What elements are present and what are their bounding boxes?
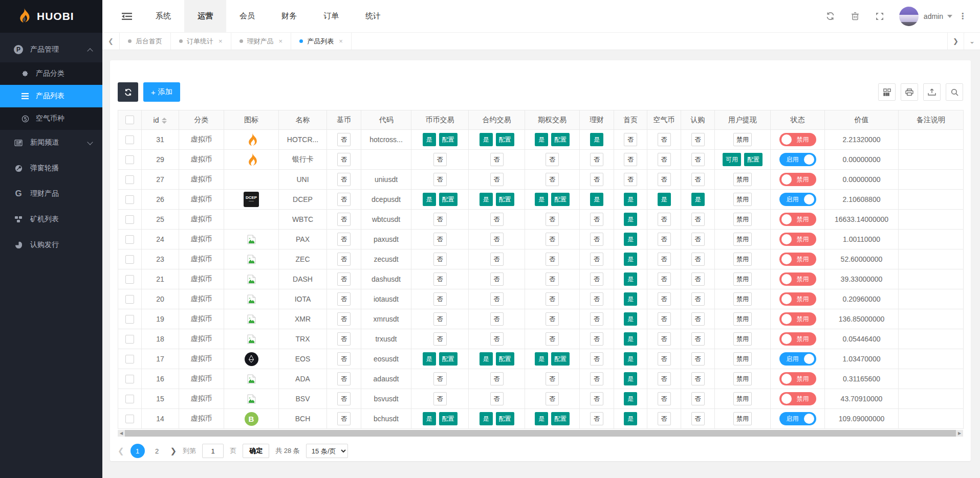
add-button[interactable]: +添加 bbox=[143, 82, 180, 102]
tab-0[interactable]: 后台首页 bbox=[120, 33, 171, 50]
no-badge[interactable]: 否 bbox=[433, 372, 447, 385]
trash-icon[interactable] bbox=[843, 12, 867, 20]
config-button[interactable]: 配置 bbox=[551, 133, 570, 146]
more-menu-icon[interactable]: ⋮ bbox=[952, 11, 973, 21]
yes-badge[interactable]: 是 bbox=[691, 193, 705, 206]
no-badge[interactable]: 否 bbox=[691, 253, 705, 266]
confirm-page-button[interactable]: 确定 bbox=[243, 444, 269, 458]
no-badge[interactable]: 否 bbox=[546, 372, 559, 385]
yes-badge[interactable]: 是 bbox=[535, 352, 548, 366]
yes-badge[interactable]: 是 bbox=[423, 412, 436, 425]
no-badge[interactable]: 否 bbox=[546, 272, 559, 286]
status-toggle[interactable]: 禁用 bbox=[779, 392, 816, 405]
no-badge[interactable]: 否 bbox=[590, 312, 603, 326]
no-badge[interactable]: 否 bbox=[337, 272, 351, 286]
row-checkbox[interactable] bbox=[125, 235, 134, 244]
status-toggle[interactable]: 禁用 bbox=[779, 253, 816, 266]
no-badge[interactable]: 否 bbox=[490, 213, 504, 226]
no-badge[interactable]: 否 bbox=[546, 253, 559, 266]
no-badge[interactable]: 否 bbox=[691, 272, 705, 286]
no-badge[interactable]: 否 bbox=[590, 213, 603, 226]
tab-close-icon[interactable]: × bbox=[279, 37, 283, 45]
withdraw-disabled-badge[interactable]: 禁用 bbox=[733, 272, 752, 286]
yes-badge[interactable]: 是 bbox=[624, 352, 637, 366]
no-badge[interactable]: 否 bbox=[337, 332, 351, 346]
withdraw-disabled-badge[interactable]: 禁用 bbox=[733, 292, 752, 306]
status-toggle[interactable]: 启用 bbox=[779, 193, 816, 206]
no-badge[interactable]: 否 bbox=[590, 372, 603, 385]
topnav-item-4[interactable]: 订单 bbox=[310, 0, 352, 32]
row-checkbox[interactable] bbox=[125, 195, 134, 204]
no-badge[interactable]: 否 bbox=[658, 213, 671, 226]
no-badge[interactable]: 否 bbox=[624, 153, 637, 166]
status-toggle[interactable]: 禁用 bbox=[779, 312, 816, 326]
tab-menu-button[interactable]: ⌄ bbox=[964, 33, 980, 50]
status-toggle[interactable]: 禁用 bbox=[779, 272, 816, 286]
prev-page-button[interactable]: ❮ bbox=[118, 446, 124, 456]
row-checkbox[interactable] bbox=[125, 175, 134, 184]
no-badge[interactable]: 否 bbox=[691, 392, 705, 405]
yes-badge[interactable]: 是 bbox=[590, 193, 603, 206]
no-badge[interactable]: 否 bbox=[658, 153, 671, 166]
no-badge[interactable]: 否 bbox=[546, 292, 559, 306]
no-badge[interactable]: 否 bbox=[490, 253, 504, 266]
yes-badge[interactable]: 是 bbox=[624, 272, 637, 286]
withdraw-disabled-badge[interactable]: 禁用 bbox=[733, 233, 752, 246]
row-checkbox[interactable] bbox=[125, 355, 134, 363]
yes-badge[interactable]: 是 bbox=[590, 133, 603, 146]
no-badge[interactable]: 否 bbox=[433, 332, 447, 346]
withdraw-disabled-badge[interactable]: 禁用 bbox=[733, 312, 752, 326]
row-checkbox[interactable] bbox=[125, 295, 134, 304]
yes-badge[interactable]: 是 bbox=[480, 412, 493, 425]
no-badge[interactable]: 否 bbox=[658, 233, 671, 246]
no-badge[interactable]: 否 bbox=[658, 133, 671, 146]
withdraw-disabled-badge[interactable]: 禁用 bbox=[733, 332, 752, 346]
sort-icon[interactable] bbox=[162, 118, 167, 124]
no-badge[interactable]: 否 bbox=[490, 173, 504, 186]
tab-3[interactable]: 产品列表× bbox=[291, 33, 352, 50]
topnav-item-2[interactable]: 会员 bbox=[226, 0, 268, 32]
fullscreen-icon[interactable] bbox=[867, 12, 892, 20]
status-toggle[interactable]: 启用 bbox=[779, 412, 816, 425]
no-badge[interactable]: 否 bbox=[490, 312, 504, 326]
sidebar-item-产品分类[interactable]: 产品分类 bbox=[0, 62, 102, 85]
no-badge[interactable]: 否 bbox=[624, 133, 637, 146]
row-checkbox[interactable] bbox=[125, 315, 134, 324]
no-badge[interactable]: 否 bbox=[658, 272, 671, 286]
status-toggle[interactable]: 禁用 bbox=[779, 133, 816, 146]
refresh-icon[interactable] bbox=[818, 12, 843, 20]
yes-badge[interactable]: 是 bbox=[423, 193, 436, 206]
no-badge[interactable]: 否 bbox=[658, 292, 671, 306]
topnav-item-5[interactable]: 统计 bbox=[352, 0, 394, 32]
withdraw-disabled-badge[interactable]: 禁用 bbox=[733, 253, 752, 266]
no-badge[interactable]: 否 bbox=[624, 173, 637, 186]
topnav-item-3[interactable]: 财务 bbox=[268, 0, 310, 32]
status-toggle[interactable]: 禁用 bbox=[779, 173, 816, 186]
tab-close-icon[interactable]: × bbox=[339, 37, 343, 45]
no-badge[interactable]: 否 bbox=[590, 153, 603, 166]
no-badge[interactable]: 否 bbox=[546, 312, 559, 326]
tab-scroll-left-button[interactable]: ❮ bbox=[102, 33, 120, 50]
yes-badge[interactable]: 是 bbox=[423, 352, 436, 366]
no-badge[interactable]: 否 bbox=[490, 332, 504, 346]
yes-badge[interactable]: 是 bbox=[423, 133, 436, 146]
topnav-item-0[interactable]: 系统 bbox=[142, 0, 184, 32]
config-button[interactable]: 配置 bbox=[439, 412, 458, 425]
no-badge[interactable]: 否 bbox=[337, 392, 351, 405]
topnav-item-1[interactable]: 运营 bbox=[184, 0, 226, 32]
no-badge[interactable]: 否 bbox=[691, 292, 705, 306]
no-badge[interactable]: 否 bbox=[433, 213, 447, 226]
no-badge[interactable]: 否 bbox=[590, 272, 603, 286]
sidebar-item-弹窗轮播[interactable]: 弹窗轮播 bbox=[0, 155, 102, 181]
no-badge[interactable]: 否 bbox=[433, 312, 447, 326]
yes-badge[interactable]: 是 bbox=[480, 193, 493, 206]
withdraw-disabled-badge[interactable]: 禁用 bbox=[733, 193, 752, 206]
sidebar-item-理财产品[interactable]: G理财产品 bbox=[0, 181, 102, 207]
no-badge[interactable]: 否 bbox=[337, 193, 351, 206]
row-checkbox[interactable] bbox=[125, 135, 134, 144]
no-badge[interactable]: 否 bbox=[691, 213, 705, 226]
yes-badge[interactable]: 是 bbox=[624, 213, 637, 226]
sidebar-item-矿机列表[interactable]: 矿机列表 bbox=[0, 207, 102, 232]
no-badge[interactable]: 否 bbox=[433, 272, 447, 286]
scroll-left-arrow-icon[interactable]: ◀ bbox=[118, 430, 125, 437]
